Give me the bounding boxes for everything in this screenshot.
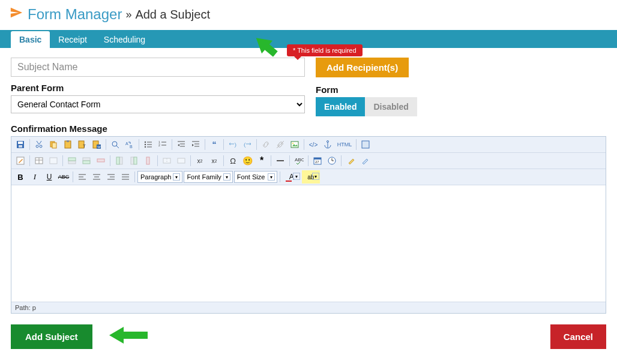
code-icon[interactable]: </> bbox=[307, 138, 320, 151]
anchor-icon[interactable] bbox=[321, 138, 334, 151]
row-after-icon[interactable] bbox=[80, 154, 93, 167]
link-icon[interactable] bbox=[259, 138, 272, 151]
svg-rect-48 bbox=[50, 158, 57, 164]
underline-button[interactable]: U bbox=[43, 170, 56, 183]
spellcheck-icon[interactable]: ABC bbox=[292, 154, 305, 167]
svg-rect-56 bbox=[131, 157, 134, 164]
svg-point-13 bbox=[112, 142, 117, 146]
svg-marker-70 bbox=[349, 159, 354, 164]
redo-icon[interactable] bbox=[241, 138, 254, 151]
row-before-icon[interactable] bbox=[65, 154, 79, 167]
find-icon[interactable] bbox=[109, 138, 122, 151]
edit-mode-icon[interactable] bbox=[14, 154, 27, 167]
add-recipients-button[interactable]: Add Recipient(s) bbox=[316, 58, 409, 77]
emoticon-icon[interactable]: 🙂 bbox=[241, 154, 254, 167]
editor-toolbar-row-3: B I U ABC Paragraph▾ Font Family▾ Font S… bbox=[11, 169, 606, 185]
parent-form-select[interactable]: General Contact Form bbox=[11, 95, 305, 113]
number-list-icon[interactable]: 12 bbox=[156, 138, 169, 151]
svg-text:W: W bbox=[97, 145, 101, 149]
svg-rect-7 bbox=[67, 140, 69, 142]
tab-scheduling[interactable]: Scheduling bbox=[95, 31, 154, 48]
svg-text:27: 27 bbox=[315, 160, 319, 164]
tab-receipt[interactable]: Receipt bbox=[50, 31, 95, 48]
form-disabled-toggle[interactable]: Disabled bbox=[365, 97, 417, 116]
save-icon[interactable] bbox=[14, 138, 27, 151]
row-delete-icon[interactable] bbox=[94, 154, 107, 167]
bold-button[interactable]: B bbox=[14, 170, 27, 183]
align-justify-icon[interactable] bbox=[119, 170, 132, 183]
svg-rect-54 bbox=[119, 157, 122, 164]
svg-rect-5 bbox=[52, 143, 56, 148]
svg-marker-30 bbox=[178, 144, 179, 146]
split-cell-icon[interactable] bbox=[160, 154, 173, 167]
svg-rect-55 bbox=[116, 157, 119, 164]
paper-plane-icon bbox=[10, 6, 23, 23]
superscript-icon[interactable]: x2 bbox=[208, 154, 221, 167]
bullet-list-icon[interactable] bbox=[142, 138, 155, 151]
font-family-select[interactable]: Font Family▾ bbox=[184, 171, 232, 183]
tab-basic[interactable]: Basic bbox=[11, 31, 50, 48]
image-icon[interactable] bbox=[288, 138, 301, 151]
col-after-icon[interactable] bbox=[127, 154, 140, 167]
special-char-icon[interactable]: Ω bbox=[226, 154, 239, 167]
table-props-icon[interactable] bbox=[47, 154, 60, 167]
svg-rect-65 bbox=[314, 158, 321, 160]
highlight-color-button[interactable]: ab▾ bbox=[302, 170, 320, 183]
svg-text:T: T bbox=[83, 143, 86, 149]
form-status-label: Form bbox=[316, 85, 606, 95]
merge-cell-icon[interactable] bbox=[175, 154, 188, 167]
editor-toolbar-row-2: x2 x2 Ω 🙂 * ABC 27 bbox=[11, 153, 606, 169]
editor-content-area[interactable] bbox=[11, 185, 606, 302]
clear-format-icon[interactable] bbox=[358, 154, 372, 167]
svg-rect-52 bbox=[83, 161, 90, 164]
time-icon[interactable] bbox=[325, 154, 339, 167]
editor-toolbar-row-1: T W AB 12 “ </> HTML bbox=[11, 137, 606, 153]
outdent-icon[interactable] bbox=[175, 138, 188, 151]
font-size-select[interactable]: Font Size▾ bbox=[234, 171, 277, 183]
align-left-icon[interactable] bbox=[76, 170, 89, 183]
svg-rect-57 bbox=[134, 157, 137, 164]
svg-rect-61 bbox=[178, 158, 185, 163]
svg-marker-71 bbox=[363, 159, 368, 164]
hr-icon[interactable] bbox=[274, 154, 287, 167]
indent-icon[interactable] bbox=[189, 138, 202, 151]
svg-text:A: A bbox=[125, 142, 128, 146]
rich-text-editor: T W AB 12 “ </> HTML bbox=[11, 136, 606, 314]
blockquote-icon[interactable]: “ bbox=[208, 138, 221, 151]
confirmation-message-label: Confirmation Message bbox=[11, 124, 606, 134]
cancel-button[interactable]: Cancel bbox=[550, 324, 606, 349]
date-icon[interactable]: 27 bbox=[311, 154, 324, 167]
unlink-icon[interactable] bbox=[274, 138, 287, 151]
add-subject-button[interactable]: Add Subject bbox=[11, 324, 92, 349]
align-center-icon[interactable] bbox=[90, 170, 103, 183]
eraser-icon[interactable] bbox=[344, 154, 357, 167]
svg-rect-49 bbox=[68, 161, 76, 164]
paste-icon[interactable] bbox=[61, 138, 74, 151]
subscript-icon[interactable]: x2 bbox=[193, 154, 206, 167]
undo-icon[interactable] bbox=[226, 138, 239, 151]
italic-button[interactable]: I bbox=[28, 170, 41, 183]
arrow-annotation-subject bbox=[247, 30, 283, 61]
replace-icon[interactable]: AB bbox=[123, 138, 136, 151]
fullscreen-icon[interactable] bbox=[359, 138, 372, 151]
copy-icon[interactable] bbox=[47, 138, 60, 151]
svg-rect-58 bbox=[146, 157, 149, 164]
col-delete-icon[interactable] bbox=[142, 154, 155, 167]
asterisk-icon[interactable]: * bbox=[255, 154, 268, 167]
paste-word-icon[interactable]: W bbox=[90, 138, 103, 151]
html-source-icon[interactable]: HTML bbox=[336, 138, 354, 151]
svg-point-17 bbox=[145, 142, 146, 143]
strikethrough-button[interactable]: ABC bbox=[57, 170, 70, 183]
paste-text-icon[interactable]: T bbox=[76, 138, 89, 151]
editor-status-bar: Path: p bbox=[11, 302, 606, 313]
page-title: Form Manager bbox=[28, 6, 122, 23]
cut-icon[interactable] bbox=[32, 138, 46, 151]
paragraph-format-select[interactable]: Paragraph▾ bbox=[137, 171, 182, 183]
align-right-icon[interactable] bbox=[104, 170, 118, 183]
col-before-icon[interactable] bbox=[113, 154, 126, 167]
text-color-button[interactable]: A▾ bbox=[283, 170, 301, 183]
table-icon[interactable] bbox=[32, 154, 46, 167]
svg-point-40 bbox=[292, 143, 293, 144]
parent-form-label: Parent Form bbox=[11, 83, 305, 93]
form-enabled-toggle[interactable]: Enabled bbox=[316, 97, 365, 116]
